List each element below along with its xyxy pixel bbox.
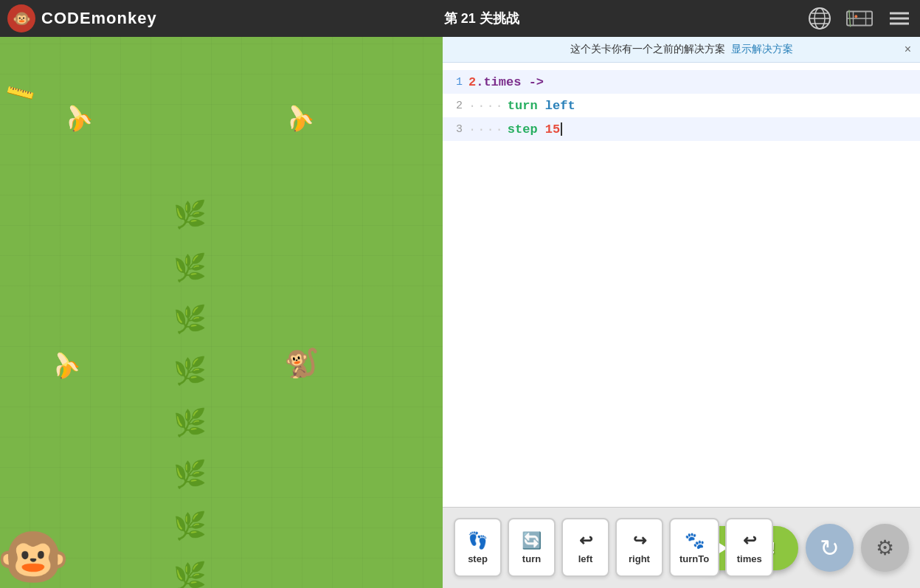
code-line-2: 2 ····turn left	[443, 94, 920, 117]
editor-area: 这个关卡你有一个之前的解决方案 显示解决方案 × 1 2.times -> 2 …	[443, 37, 920, 588]
left-arrow-icon: ↩	[579, 531, 592, 550]
globe-button[interactable]	[806, 5, 833, 32]
token-15: 15	[545, 122, 560, 136]
menu-button[interactable]	[886, 5, 913, 32]
bush-3: 🌿	[173, 304, 207, 335]
banana-1: 🍌	[59, 99, 97, 135]
hamburger-icon	[890, 11, 909, 26]
bush-1: 🌿	[173, 199, 207, 230]
token-step: step	[508, 122, 538, 136]
banana-2: 🍌	[280, 99, 318, 135]
cursor	[561, 122, 562, 136]
level-title: 第 21 关挑战	[157, 10, 806, 27]
line-number-3: 3	[443, 123, 468, 136]
right-arrow-icon: ↪	[633, 531, 646, 550]
code-block-turnto-label: turnTo	[679, 553, 709, 564]
times-icon: ↩	[743, 531, 756, 550]
token-turn: turn	[508, 99, 538, 113]
token-space-3	[538, 122, 545, 136]
code-block-turn-label: turn	[522, 553, 541, 564]
line-3-content: ····step 15	[468, 122, 562, 136]
ruler-decoration: 📏	[3, 76, 38, 110]
settings-button[interactable]: ⚙	[861, 524, 909, 572]
logo: 🐵 CODEmonkey	[7, 4, 157, 32]
bush-8: 🌿	[173, 561, 207, 588]
notification-close-button[interactable]: ×	[905, 43, 911, 56]
code-block-turn[interactable]: 🔄 turn	[508, 518, 556, 577]
code-line-1: 1 2.times ->	[443, 70, 920, 94]
token-times: .times	[476, 75, 528, 89]
character-corner: 🐵	[0, 492, 96, 588]
token-left: left	[545, 99, 575, 113]
step-icon: 👣	[468, 531, 488, 550]
globe-icon	[808, 7, 831, 30]
turnto-icon: 🐾	[685, 531, 705, 550]
game-area: 📏 🍌 🍌 🍌 🌿 🌿 🌿 🌿 🌿 🌿 🌿 🌿 🐒 🐵	[0, 37, 443, 588]
settings-icon: ⚙	[876, 536, 894, 560]
token-space-2	[538, 99, 545, 113]
code-block-left-label: left	[578, 553, 593, 564]
turn-icon: 🔄	[522, 531, 542, 550]
code-block-times-label: times	[737, 553, 762, 564]
token-arrow: ->	[529, 75, 544, 89]
notification-message: 这个关卡你有一个之前的解决方案	[570, 43, 725, 56]
code-block-right-label: right	[629, 553, 650, 564]
notification-bar: 这个关卡你有一个之前的解决方案 显示解决方案 ×	[443, 37, 920, 63]
logo-icon: 🐵	[7, 4, 35, 32]
code-block-step-label: step	[468, 553, 488, 564]
line-2-content: ····turn left	[468, 99, 575, 113]
code-block-turnto[interactable]: 🐾 turnTo	[669, 518, 719, 577]
logo-monkey: monkey	[91, 9, 157, 27]
token-number-2: 2	[468, 75, 476, 89]
code-block-step[interactable]: 👣 step	[454, 518, 502, 577]
code-blocks-area: 👣 step 🔄 turn ↩ left ↪ right 🐾 turn	[443, 507, 784, 588]
code-block-right[interactable]: ↪ right	[615, 518, 663, 577]
code-block-times[interactable]: ↩ times	[725, 518, 773, 577]
line-number-1: 1	[443, 76, 468, 89]
reset-button[interactable]: ↻	[806, 524, 854, 572]
code-editor[interactable]: 1 2.times -> 2 ····turn left 3 ····step …	[443, 63, 920, 507]
bottom-toolbar: 👣 step 🔄 turn ↩ left ↪ right 🐾 turn	[443, 507, 920, 588]
indent-dots-3: ····	[468, 122, 505, 136]
header: 🐵 CODEmonkey 第 21 关挑战	[0, 0, 920, 37]
svg-point-6	[854, 15, 857, 18]
reset-icon: ↻	[820, 534, 840, 562]
show-solution-link[interactable]: 显示解决方案	[731, 43, 793, 56]
bush-2: 🌿	[173, 252, 207, 283]
indent-dots-2: ····	[468, 99, 505, 113]
line-1-content: 2.times ->	[468, 75, 544, 89]
monkey-player: 🐒	[284, 347, 319, 379]
bush-7: 🌿	[173, 511, 207, 542]
map-button[interactable]	[846, 5, 873, 32]
logo-text: CODEmonkey	[41, 9, 157, 28]
header-icons	[806, 5, 913, 32]
map-icon	[846, 8, 873, 29]
logo-code: CODE	[41, 9, 91, 27]
code-line-3: 3 ····step 15	[443, 117, 920, 141]
banana-3: 🍌	[46, 346, 84, 382]
code-block-left[interactable]: ↩ left	[561, 518, 609, 577]
line-number-2: 2	[443, 100, 468, 112]
bush-5: 🌿	[173, 407, 207, 438]
bush-4: 🌿	[173, 356, 207, 387]
bush-6: 🌿	[173, 459, 207, 490]
main-area: 📏 🍌 🍌 🍌 🌿 🌿 🌿 🌿 🌿 🌿 🌿 🌿 🐒 🐵 这个关卡你有一个之前的解…	[0, 37, 920, 588]
